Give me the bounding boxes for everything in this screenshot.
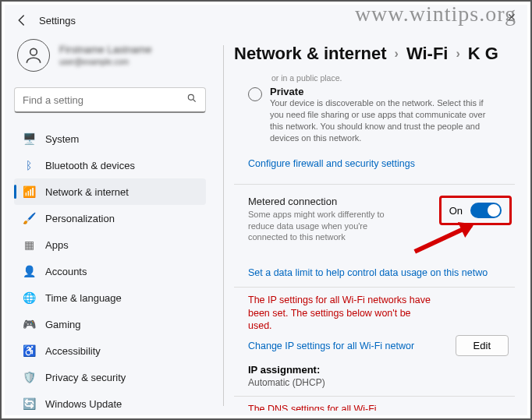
divider (234, 287, 515, 288)
metered-title: Metered connection (248, 196, 388, 207)
sidebar-item-accounts[interactable]: 👤Accounts (14, 258, 206, 284)
annotation-arrow (234, 245, 515, 281)
ip-assignment-label: IP assignment: (234, 364, 515, 376)
settings-content[interactable]: or in a public place. Private Your devic… (234, 73, 520, 411)
window-title: Settings (39, 15, 76, 26)
divider (223, 45, 224, 406)
divider (234, 396, 515, 397)
divider (234, 184, 515, 185)
private-label: Private (270, 86, 496, 97)
sidebar-item-label: Apps (45, 239, 69, 251)
main-panel: Network & internet › Wi-Fi › K G or in a… (215, 36, 527, 415)
avatar (17, 39, 50, 72)
sidebar-item-privacy[interactable]: 🛡️Privacy & security (14, 364, 206, 390)
globe-icon: 🌐 (22, 291, 36, 305)
sidebar-item-bluetooth[interactable]: ᛒBluetooth & devices (14, 152, 206, 178)
sidebar-item-accessibility[interactable]: ♿Accessibility (14, 337, 206, 364)
svg-point-0 (30, 48, 37, 55)
firewall-link[interactable]: Configure firewall and security settings (248, 158, 415, 169)
apps-icon: ▦ (22, 238, 36, 252)
accessibility-icon: ♿ (22, 344, 36, 358)
sidebar-item-label: Accounts (45, 266, 87, 277)
sidebar-item-gaming[interactable]: 🎮Gaming (14, 311, 206, 337)
svg-line-2 (193, 100, 196, 102)
svg-point-1 (188, 94, 193, 100)
update-icon: 🔄 (22, 397, 36, 411)
user-email: user@example.com (59, 57, 152, 67)
sidebar-item-update[interactable]: 🔄Windows Update (14, 390, 206, 415)
breadcrumb-network[interactable]: Network & internet (234, 44, 387, 64)
sidebar-item-network[interactable]: 📶Network & internet (14, 178, 206, 205)
bluetooth-icon: ᛒ (22, 158, 36, 172)
shield-icon: 🛡️ (22, 370, 36, 384)
metered-toggle[interactable] (470, 203, 502, 218)
sidebar-item-label: Accessibility (45, 345, 101, 357)
sidebar-item-label: Personalization (45, 213, 115, 224)
gamepad-icon: 🎮 (22, 317, 36, 331)
user-name: Firstname Lastname (59, 44, 152, 57)
settings-window: ✕ Settings Firstname Lastname user@examp… (5, 5, 527, 415)
sidebar-item-label: Time & language (45, 292, 122, 304)
chevron-right-icon: › (456, 47, 459, 61)
edit-button[interactable]: Edit (456, 335, 509, 356)
sidebar: Firstname Lastname user@example.com 🖥️Sy… (5, 36, 215, 415)
brush-icon: 🖌️ (22, 211, 36, 225)
wifi-icon: 📶 (22, 185, 36, 199)
sidebar-item-label: Network & internet (45, 186, 129, 198)
ip-assignment-value: Automatic (DHCP) (234, 377, 515, 388)
breadcrumb-ssid: K G (468, 44, 498, 64)
sidebar-item-system[interactable]: 🖥️System (14, 125, 206, 152)
network-profile-private[interactable]: Private Your device is discoverable on t… (234, 84, 515, 148)
private-desc: Your device is discoverable on the netwo… (270, 97, 496, 143)
sidebar-item-time[interactable]: 🌐Time & language (14, 284, 206, 311)
radio-private[interactable] (248, 87, 262, 101)
sidebar-item-label: System (45, 133, 79, 145)
sidebar-item-label: Gaming (45, 319, 81, 330)
cutoff-text: or in a public place. (234, 73, 515, 83)
search-input[interactable] (23, 94, 186, 106)
person-icon: 👤 (22, 264, 36, 278)
chevron-right-icon: › (395, 47, 399, 61)
breadcrumb-wifi[interactable]: Wi-Fi (406, 44, 449, 64)
system-icon: 🖥️ (22, 132, 36, 146)
metered-toggle-highlight: On (439, 196, 512, 225)
change-ip-link[interactable]: Change IP settings for all Wi-Fi networ (248, 341, 414, 351)
ip-warning: The IP settings for all Wi-Fi networks h… (234, 294, 437, 332)
back-button[interactable] (14, 12, 30, 28)
breadcrumb: Network & internet › Wi-Fi › K G (234, 36, 520, 73)
user-block[interactable]: Firstname Lastname user@example.com (14, 36, 206, 83)
sidebar-item-label: Bluetooth & devices (45, 160, 135, 171)
dns-warning: The DNS settings for all Wi-Fi (234, 403, 515, 411)
metered-desc: Some apps might work differently to redu… (248, 209, 388, 242)
titlebar: Settings (5, 5, 527, 36)
sidebar-item-label: Windows Update (45, 398, 122, 410)
sidebar-item-apps[interactable]: ▦Apps (14, 231, 206, 258)
toggle-state: On (449, 205, 463, 217)
close-icon[interactable]: ✕ (507, 11, 516, 23)
search-box[interactable] (14, 87, 206, 113)
sidebar-item-label: Privacy & security (45, 372, 126, 383)
nav-list: 🖥️System ᛒBluetooth & devices 📶Network &… (14, 125, 206, 415)
metered-row: Metered connection Some apps might work … (234, 188, 515, 245)
sidebar-item-personalization[interactable]: 🖌️Personalization (14, 205, 206, 231)
search-icon (186, 93, 197, 107)
